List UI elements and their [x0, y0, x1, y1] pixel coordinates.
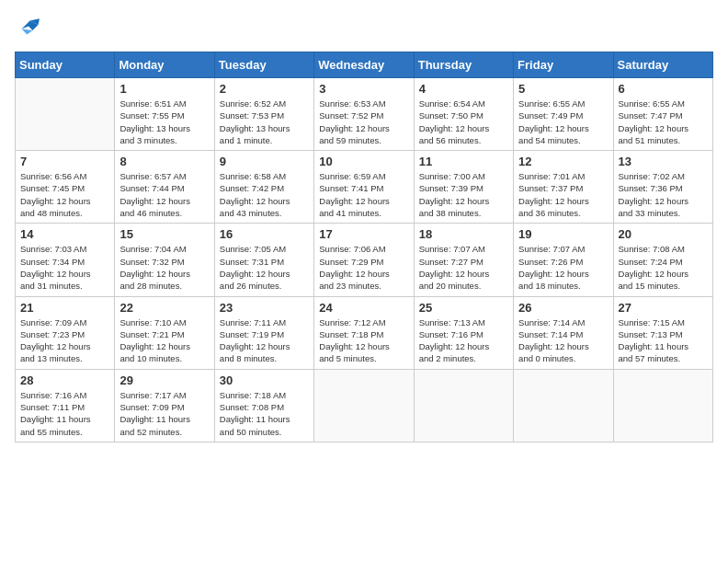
calendar-cell: 5Sunrise: 6:55 AM Sunset: 7:49 PM Daylig… — [514, 78, 613, 151]
calendar-cell: 9Sunrise: 6:58 AM Sunset: 7:42 PM Daylig… — [214, 151, 313, 224]
day-number: 8 — [119, 155, 209, 168]
calendar-cell: 24Sunrise: 7:12 AM Sunset: 7:18 PM Dayli… — [314, 296, 414, 369]
day-number: 11 — [419, 155, 508, 168]
day-info: Sunrise: 6:58 AM Sunset: 7:42 PM Dayligh… — [220, 170, 309, 219]
day-number: 17 — [319, 227, 408, 241]
day-number: 7 — [20, 155, 109, 168]
day-number: 21 — [20, 301, 109, 315]
svg-marker-2 — [22, 29, 33, 35]
calendar-cell: 16Sunrise: 7:05 AM Sunset: 7:31 PM Dayli… — [214, 224, 313, 296]
calendar-cell: 18Sunrise: 7:07 AM Sunset: 7:27 PM Dayli… — [414, 224, 513, 296]
calendar-cell: 17Sunrise: 7:06 AM Sunset: 7:29 PM Dayli… — [314, 224, 414, 296]
calendar-cell: 26Sunrise: 7:14 AM Sunset: 7:14 PM Dayli… — [514, 296, 613, 369]
day-number: 1 — [119, 82, 209, 96]
calendar-cell: 30Sunrise: 7:18 AM Sunset: 7:08 PM Dayli… — [214, 369, 313, 442]
day-info: Sunrise: 7:09 AM Sunset: 7:23 PM Dayligh… — [20, 316, 109, 365]
day-info: Sunrise: 7:14 AM Sunset: 7:14 PM Dayligh… — [518, 316, 608, 365]
calendar-cell — [514, 369, 613, 442]
page-header — [15, 15, 713, 40]
day-info: Sunrise: 6:55 AM Sunset: 7:47 PM Dayligh… — [619, 98, 708, 146]
calendar-header-row: SundayMondayTuesdayWednesdayThursdayFrid… — [16, 52, 713, 78]
calendar-cell: 28Sunrise: 7:16 AM Sunset: 7:11 PM Dayli… — [16, 369, 115, 442]
calendar-cell: 14Sunrise: 7:03 AM Sunset: 7:34 PM Dayli… — [16, 224, 115, 296]
day-info: Sunrise: 6:56 AM Sunset: 7:45 PM Dayligh… — [20, 170, 109, 219]
day-info: Sunrise: 7:15 AM Sunset: 7:13 PM Dayligh… — [619, 316, 708, 365]
day-number: 24 — [319, 301, 408, 315]
day-info: Sunrise: 7:06 AM Sunset: 7:29 PM Dayligh… — [319, 243, 408, 292]
day-info: Sunrise: 7:12 AM Sunset: 7:18 PM Dayligh… — [319, 316, 408, 365]
day-info: Sunrise: 7:03 AM Sunset: 7:34 PM Dayligh… — [20, 243, 109, 292]
calendar-cell: 15Sunrise: 7:04 AM Sunset: 7:32 PM Dayli… — [115, 224, 214, 296]
calendar-week-row: 1Sunrise: 6:51 AM Sunset: 7:55 PM Daylig… — [16, 78, 713, 151]
day-info: Sunrise: 7:01 AM Sunset: 7:37 PM Dayligh… — [518, 170, 608, 219]
calendar-week-row: 7Sunrise: 6:56 AM Sunset: 7:45 PM Daylig… — [16, 151, 713, 224]
calendar-cell: 29Sunrise: 7:17 AM Sunset: 7:09 PM Dayli… — [115, 369, 214, 442]
day-info: Sunrise: 7:16 AM Sunset: 7:11 PM Dayligh… — [20, 389, 109, 438]
weekday-header-friday: Friday — [514, 52, 613, 78]
calendar-cell: 13Sunrise: 7:02 AM Sunset: 7:36 PM Dayli… — [613, 151, 712, 224]
calendar-week-row: 14Sunrise: 7:03 AM Sunset: 7:34 PM Dayli… — [16, 224, 713, 296]
calendar-cell: 21Sunrise: 7:09 AM Sunset: 7:23 PM Dayli… — [16, 296, 115, 369]
day-number: 29 — [119, 373, 209, 387]
calendar-cell: 8Sunrise: 6:57 AM Sunset: 7:44 PM Daylig… — [115, 151, 214, 224]
day-info: Sunrise: 7:18 AM Sunset: 7:08 PM Dayligh… — [220, 389, 309, 438]
day-info: Sunrise: 6:55 AM Sunset: 7:49 PM Dayligh… — [518, 98, 608, 146]
day-info: Sunrise: 7:08 AM Sunset: 7:24 PM Dayligh… — [619, 243, 708, 292]
day-number: 14 — [20, 227, 109, 241]
calendar-cell — [16, 78, 115, 151]
calendar-cell: 22Sunrise: 7:10 AM Sunset: 7:21 PM Dayli… — [115, 296, 214, 369]
weekday-header-tuesday: Tuesday — [214, 52, 313, 78]
weekday-header-thursday: Thursday — [414, 52, 513, 78]
logo-icon — [15, 15, 42, 40]
day-info: Sunrise: 6:53 AM Sunset: 7:52 PM Dayligh… — [319, 98, 408, 146]
calendar-cell: 1Sunrise: 6:51 AM Sunset: 7:55 PM Daylig… — [115, 78, 214, 151]
day-number: 2 — [220, 82, 309, 96]
calendar-cell — [613, 369, 712, 442]
day-info: Sunrise: 6:51 AM Sunset: 7:55 PM Dayligh… — [119, 98, 209, 146]
day-info: Sunrise: 7:07 AM Sunset: 7:26 PM Dayligh… — [518, 243, 608, 292]
day-number: 3 — [319, 82, 408, 96]
calendar-cell: 7Sunrise: 6:56 AM Sunset: 7:45 PM Daylig… — [16, 151, 115, 224]
day-number: 22 — [119, 301, 209, 315]
calendar-cell: 25Sunrise: 7:13 AM Sunset: 7:16 PM Dayli… — [414, 296, 513, 369]
day-info: Sunrise: 6:57 AM Sunset: 7:44 PM Dayligh… — [119, 170, 209, 219]
day-info: Sunrise: 7:10 AM Sunset: 7:21 PM Dayligh… — [119, 316, 209, 365]
calendar-cell: 12Sunrise: 7:01 AM Sunset: 7:37 PM Dayli… — [514, 151, 613, 224]
day-number: 12 — [518, 155, 608, 168]
day-info: Sunrise: 6:54 AM Sunset: 7:50 PM Dayligh… — [419, 98, 508, 146]
calendar-week-row: 21Sunrise: 7:09 AM Sunset: 7:23 PM Dayli… — [16, 296, 713, 369]
day-number: 26 — [518, 301, 608, 315]
calendar-cell: 3Sunrise: 6:53 AM Sunset: 7:52 PM Daylig… — [314, 78, 414, 151]
calendar-cell: 19Sunrise: 7:07 AM Sunset: 7:26 PM Dayli… — [514, 224, 613, 296]
logo — [15, 15, 46, 40]
day-number: 18 — [419, 227, 508, 241]
day-number: 23 — [220, 301, 309, 315]
day-number: 10 — [319, 155, 408, 168]
day-number: 28 — [20, 373, 109, 387]
day-number: 19 — [518, 227, 608, 241]
weekday-header-sunday: Sunday — [16, 52, 115, 78]
day-number: 4 — [419, 82, 508, 96]
calendar-cell: 10Sunrise: 6:59 AM Sunset: 7:41 PM Dayli… — [314, 151, 414, 224]
day-info: Sunrise: 7:17 AM Sunset: 7:09 PM Dayligh… — [119, 389, 209, 438]
day-info: Sunrise: 6:59 AM Sunset: 7:41 PM Dayligh… — [319, 170, 408, 219]
calendar-cell: 2Sunrise: 6:52 AM Sunset: 7:53 PM Daylig… — [214, 78, 313, 151]
day-info: Sunrise: 7:02 AM Sunset: 7:36 PM Dayligh… — [619, 170, 708, 219]
calendar-cell — [314, 369, 414, 442]
weekday-header-saturday: Saturday — [613, 52, 712, 78]
day-number: 27 — [619, 301, 708, 315]
day-number: 13 — [619, 155, 708, 168]
day-info: Sunrise: 6:52 AM Sunset: 7:53 PM Dayligh… — [220, 98, 309, 146]
day-number: 20 — [619, 227, 708, 241]
day-number: 9 — [220, 155, 309, 168]
calendar-cell: 23Sunrise: 7:11 AM Sunset: 7:19 PM Dayli… — [214, 296, 313, 369]
calendar-table: SundayMondayTuesdayWednesdayThursdayFrid… — [15, 52, 713, 442]
calendar-cell: 27Sunrise: 7:15 AM Sunset: 7:13 PM Dayli… — [613, 296, 712, 369]
calendar-week-row: 28Sunrise: 7:16 AM Sunset: 7:11 PM Dayli… — [16, 369, 713, 442]
day-number: 15 — [119, 227, 209, 241]
day-info: Sunrise: 7:05 AM Sunset: 7:31 PM Dayligh… — [220, 243, 309, 292]
calendar-cell: 11Sunrise: 7:00 AM Sunset: 7:39 PM Dayli… — [414, 151, 513, 224]
calendar-cell: 4Sunrise: 6:54 AM Sunset: 7:50 PM Daylig… — [414, 78, 513, 151]
weekday-header-monday: Monday — [115, 52, 214, 78]
day-info: Sunrise: 7:13 AM Sunset: 7:16 PM Dayligh… — [419, 316, 508, 365]
